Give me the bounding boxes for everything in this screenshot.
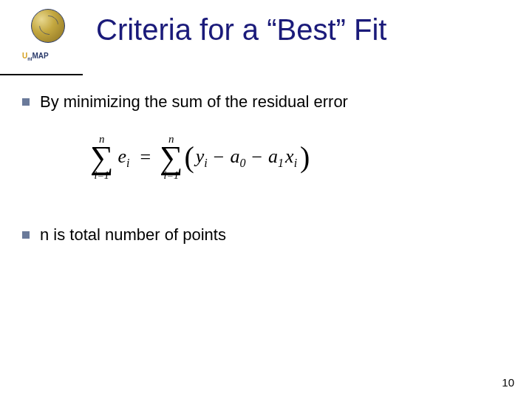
term-a1: a1 <box>268 146 284 170</box>
term-y: yi <box>196 146 208 170</box>
x-sub: i <box>294 157 297 169</box>
e-sub: i <box>126 157 129 169</box>
x-var: x <box>285 146 294 167</box>
a1-var: a <box>268 146 278 167</box>
y-sub: i <box>204 157 207 169</box>
a0-var: a <box>230 146 239 167</box>
sum2-lower: i=1 <box>164 171 179 181</box>
globe-icon <box>31 9 65 43</box>
summation-2: n ∑ i=1 <box>160 134 183 181</box>
slide-header: UniMAP Criteria for a “Best” Fit <box>22 7 510 63</box>
bullet-item: n is total number of points <box>22 225 510 245</box>
minus-2: − <box>251 146 262 168</box>
a0-sub: 0 <box>239 157 245 169</box>
title-underline <box>0 74 83 75</box>
term-x: xi <box>285 146 297 170</box>
equals-sign: = <box>140 146 151 168</box>
summation-1: n ∑ i=1 <box>90 134 113 181</box>
left-paren: ( <box>184 146 194 169</box>
a1-sub: 1 <box>278 157 284 169</box>
bullet-icon <box>22 98 30 106</box>
bullet-text-1: By minimizing the sum of the residual er… <box>40 92 348 112</box>
equation: n ∑ i=1 ei = n ∑ i=1 ( yi − a0 − a <box>89 134 510 181</box>
term-a0: a0 <box>230 146 245 170</box>
bullet-icon <box>22 231 30 239</box>
slide-title: Criteria for a “Best” Fit <box>96 13 386 47</box>
page-number: 10 <box>502 376 514 389</box>
right-paren: ) <box>300 146 310 169</box>
unimap-logo: UniMAP <box>22 7 74 63</box>
slide: UniMAP Criteria for a “Best” Fit By mini… <box>0 0 532 399</box>
term-e: ei <box>117 146 129 170</box>
minus-1: − <box>214 146 225 168</box>
sigma-icon: ∑ <box>160 145 183 171</box>
logo-text-map: MAP <box>32 52 48 60</box>
sum1-lower: i=1 <box>95 171 109 181</box>
bullet-text-2: n is total number of points <box>40 225 226 245</box>
logo-text: UniMAP <box>22 52 49 61</box>
e-var: e <box>117 146 126 167</box>
y-var: y <box>196 146 205 167</box>
bullet-item: By minimizing the sum of the residual er… <box>22 92 510 112</box>
sigma-icon: ∑ <box>90 145 113 171</box>
slide-content: By minimizing the sum of the residual er… <box>22 92 510 245</box>
